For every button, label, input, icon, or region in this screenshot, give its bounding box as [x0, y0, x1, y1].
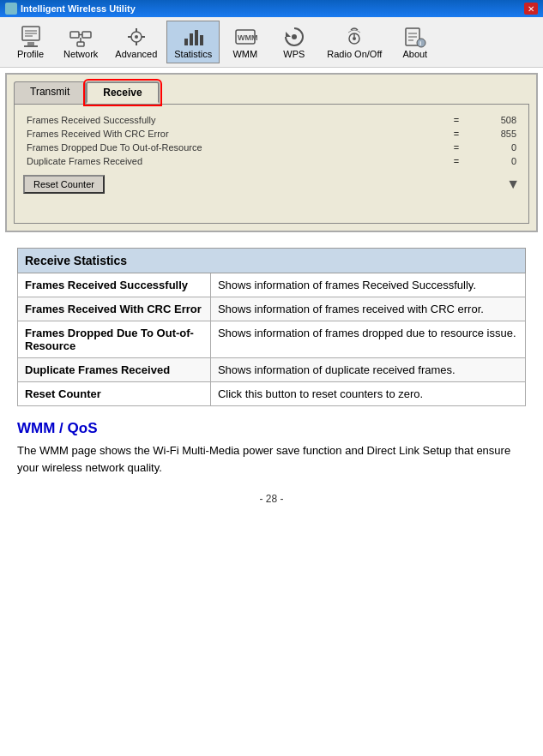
nav-label-profile: Profile [17, 49, 44, 59]
stats-row-value: 0 [465, 156, 516, 166]
radio-onoff-icon [342, 25, 366, 49]
svg-text:WMM: WMM [238, 33, 257, 42]
nav-item-network[interactable]: Network [56, 21, 106, 63]
nav-label-wmm: WMM [232, 49, 257, 59]
network-icon [69, 25, 93, 49]
titlebar: Intelligent Wireless Utility ✕ [0, 0, 543, 17]
advanced-icon [124, 25, 148, 49]
table-header: Receive Statistics [18, 249, 526, 273]
profile-icon [19, 25, 43, 49]
table-row: Frames Received Successfully Shows infor… [18, 273, 526, 297]
wps-icon [282, 25, 306, 49]
tab-receive[interactable]: Receive [86, 81, 159, 104]
svg-marker-23 [286, 32, 291, 37]
table-cell-term: Frames Dropped Due To Out-of-Resource [18, 321, 211, 358]
wmm-icon: WMM [233, 25, 257, 49]
stats-row-label: Frames Dropped Due To Out-of-Resource [27, 142, 448, 153]
stats-row-eq: = [448, 115, 465, 125]
nav-item-statistics[interactable]: Statistics [166, 21, 220, 63]
table-cell-term: Frames Received Successfully [18, 273, 211, 297]
table-cell-desc: Shows information of frames Received Suc… [210, 273, 525, 297]
wmm-section-title: WMM / QoS [17, 420, 526, 437]
table-row: Duplicate Frames Received Shows informat… [18, 358, 526, 382]
svg-text:i: i [419, 39, 421, 47]
svg-point-24 [292, 34, 297, 39]
stats-row-label: Frames Received With CRC Error [27, 129, 448, 139]
nav-item-about[interactable]: i About [391, 21, 438, 63]
table-cell-desc: Shows information of duplicate received … [210, 358, 525, 382]
nav-label-radio-onoff: Radio On/Off [327, 49, 382, 59]
table-cell-term: Duplicate Frames Received [18, 358, 211, 382]
app-title: Intelligent Wireless Utility [21, 3, 136, 14]
svg-rect-6 [70, 32, 79, 38]
svg-rect-9 [77, 42, 84, 46]
svg-rect-17 [184, 39, 188, 45]
svg-rect-5 [24, 45, 38, 47]
stats-row: Duplicate Frames Received = 0 [23, 154, 520, 168]
tab-content: Frames Received Successfully = 508 Frame… [14, 104, 529, 224]
stats-row: Frames Dropped Due To Out-of-Resource = … [23, 141, 520, 154]
svg-point-26 [353, 37, 356, 40]
svg-rect-20 [200, 35, 203, 45]
close-button[interactable]: ✕ [524, 3, 538, 15]
nav-label-wps: WPS [283, 49, 305, 59]
svg-point-12 [135, 35, 138, 39]
table-cell-term: Frames Received With CRC Error [18, 297, 211, 321]
nav-item-radio-onoff[interactable]: Radio On/Off [319, 21, 389, 63]
nav-item-wmm[interactable]: WMM WMM [221, 21, 268, 63]
titlebar-left: Intelligent Wireless Utility [5, 3, 136, 15]
stats-row-label: Frames Received Successfully [27, 115, 448, 125]
nav-bar: Profile Network Advanced [0, 17, 543, 68]
content-area: Transmit Receive Frames Received Success… [5, 73, 538, 232]
stats-row-value: 0 [465, 142, 516, 153]
nav-item-advanced[interactable]: Advanced [107, 21, 165, 63]
statistics-icon [181, 25, 205, 49]
svg-rect-19 [195, 30, 198, 45]
app-icon [5, 3, 17, 15]
stats-row-eq: = [448, 156, 465, 166]
svg-rect-18 [190, 33, 193, 45]
stats-row-value: 855 [465, 129, 516, 139]
nav-label-advanced: Advanced [115, 49, 157, 59]
reset-counter-button[interactable]: Reset Counter [23, 175, 105, 194]
stats-row-eq: = [448, 142, 465, 153]
stats-row-label: Duplicate Frames Received [27, 156, 448, 166]
svg-rect-7 [82, 32, 91, 38]
table-row: Frames Received With CRC Error Shows inf… [18, 297, 526, 321]
stats-row-value: 508 [465, 115, 516, 125]
stats-row: Frames Received With CRC Error = 855 [23, 127, 520, 141]
table-cell-term: Reset Counter [18, 382, 211, 406]
table-cell-desc: Click this button to reset counters to z… [210, 382, 525, 406]
tab-transmit[interactable]: Transmit [14, 81, 86, 104]
nav-item-wps[interactable]: WPS [270, 21, 317, 63]
stats-row-eq: = [448, 129, 465, 139]
table-row: Reset Counter Click this button to reset… [18, 382, 526, 406]
nav-label-about: About [402, 49, 427, 59]
about-icon: i [403, 25, 427, 49]
page-number: - 28 - [17, 493, 526, 505]
tab-row: Transmit Receive [14, 81, 529, 104]
table-cell-desc: Shows information of frames received wit… [210, 297, 525, 321]
doc-content: Receive Statistics Frames Received Succe… [0, 237, 543, 515]
info-table-body: Frames Received Successfully Shows infor… [18, 273, 526, 406]
nav-label-network: Network [63, 49, 98, 59]
nav-label-statistics: Statistics [174, 49, 212, 59]
table-row: Frames Dropped Due To Out-of-Resource Sh… [18, 321, 526, 358]
wmm-section-text: The WMM page shows the Wi-Fi Multi-Media… [17, 442, 526, 476]
stats-row: Frames Received Successfully = 508 [23, 113, 520, 127]
receive-statistics-table: Receive Statistics Frames Received Succe… [17, 248, 526, 406]
stats-rows: Frames Received Successfully = 508 Frame… [23, 113, 520, 168]
nav-item-profile[interactable]: Profile [7, 21, 54, 63]
svg-rect-4 [27, 42, 34, 45]
table-cell-desc: Shows information of frames dropped due … [210, 321, 525, 358]
